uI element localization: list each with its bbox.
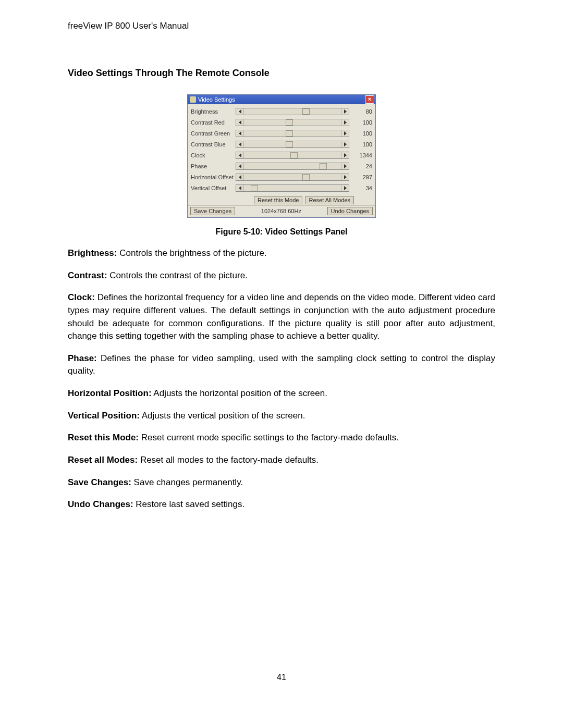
- description-term: Vertical Position:: [68, 411, 140, 421]
- close-icon[interactable]: ×: [365, 95, 374, 104]
- setting-scrollbar[interactable]: [236, 119, 349, 126]
- scroll-left-icon[interactable]: [236, 163, 244, 169]
- page-number: 41: [68, 673, 495, 682]
- section-heading: Video Settings Through The Remote Consol…: [68, 68, 495, 79]
- description-text: Defines the phase for video sampling, us…: [68, 353, 495, 376]
- description-text: Controls the contrast of the picture.: [107, 270, 248, 280]
- scroll-right-icon[interactable]: [341, 152, 349, 158]
- description-paragraph: Reset all Modes: Reset all modes to the …: [68, 454, 495, 467]
- setting-value: 100: [349, 141, 373, 147]
- scroll-track[interactable]: [244, 163, 341, 169]
- doc-header: freeView IP 800 User's Manual: [68, 21, 495, 31]
- scroll-thumb[interactable]: [302, 174, 310, 180]
- setting-scrollbar[interactable]: [236, 174, 349, 181]
- scroll-thumb[interactable]: [320, 163, 327, 169]
- setting-row: Contrast Red100: [191, 117, 373, 127]
- description-paragraph: Horizontal Position: Adjusts the horizon…: [68, 387, 495, 400]
- scroll-thumb[interactable]: [302, 108, 310, 115]
- setting-scrollbar[interactable]: [236, 108, 349, 115]
- setting-label: Phase: [191, 163, 236, 169]
- setting-scrollbar[interactable]: [236, 184, 349, 192]
- description-text: Defines the horizontal frequency for a v…: [68, 292, 495, 341]
- scroll-right-icon[interactable]: [341, 108, 349, 115]
- scroll-track[interactable]: [244, 185, 341, 191]
- description-paragraph: Save Changes: Save changes permanently.: [68, 476, 495, 489]
- setting-label: Brightness: [191, 108, 236, 115]
- scroll-left-icon[interactable]: [236, 185, 244, 191]
- scroll-right-icon[interactable]: [341, 119, 349, 126]
- scroll-left-icon[interactable]: [236, 130, 244, 137]
- description-text: Reset all modes to the factory-made defa…: [138, 455, 319, 465]
- description-paragraph: Clock: Defines the horizontal frequency …: [68, 291, 495, 343]
- setting-row: Horizontal Offset297: [191, 172, 373, 182]
- scroll-left-icon[interactable]: [236, 152, 244, 158]
- setting-value: 100: [349, 130, 373, 137]
- scroll-track[interactable]: [244, 119, 341, 126]
- setting-row: Contrast Blue100: [191, 139, 373, 149]
- resolution-label: 1024x768 60Hz: [261, 208, 301, 214]
- scroll-right-icon[interactable]: [341, 163, 349, 169]
- scroll-thumb[interactable]: [251, 185, 258, 191]
- description-term: Contrast:: [68, 270, 107, 280]
- description-paragraph: Contrast: Controls the contrast of the p…: [68, 269, 495, 282]
- scroll-track[interactable]: [244, 108, 341, 115]
- setting-label: Vertical Offset: [191, 185, 236, 191]
- window-icon: [190, 96, 196, 103]
- scroll-left-icon[interactable]: [236, 108, 244, 115]
- video-settings-dialog: Video Settings × Brightness80Contrast Re…: [187, 94, 376, 218]
- scroll-right-icon[interactable]: [341, 130, 349, 137]
- setting-label: Horizontal Offset: [191, 174, 236, 180]
- description-paragraph: Phase: Defines the phase for video sampl…: [68, 352, 495, 378]
- reset-all-modes-button[interactable]: Reset All Modes: [305, 196, 354, 204]
- undo-changes-button[interactable]: Undo Changes: [327, 207, 373, 215]
- scroll-right-icon[interactable]: [341, 174, 349, 180]
- setting-row: Vertical Offset34: [191, 183, 373, 193]
- description-text: Controls the brightness of the picture.: [117, 248, 266, 258]
- scroll-track[interactable]: [244, 130, 341, 137]
- description-term: Undo Changes:: [68, 499, 133, 509]
- setting-row: Clock1344: [191, 150, 373, 160]
- scroll-track[interactable]: [244, 174, 341, 180]
- setting-scrollbar[interactable]: [236, 152, 349, 159]
- setting-label: Clock: [191, 152, 236, 158]
- save-changes-button[interactable]: Save Changes: [190, 207, 235, 215]
- setting-row: Contrast Green100: [191, 128, 373, 138]
- setting-row: Phase24: [191, 161, 373, 171]
- description-term: Save Changes:: [68, 477, 131, 487]
- setting-value: 100: [349, 119, 373, 126]
- description-text: Adjusts the horizontal position of the s…: [152, 388, 327, 398]
- setting-row: Brightness80: [191, 106, 373, 116]
- description-paragraph: Undo Changes: Restore last saved setting…: [68, 498, 495, 511]
- scroll-right-icon[interactable]: [341, 141, 349, 147]
- setting-scrollbar[interactable]: [236, 130, 349, 137]
- scroll-thumb[interactable]: [286, 119, 293, 126]
- description-term: Phase:: [68, 353, 97, 363]
- dialog-titlebar[interactable]: Video Settings ×: [188, 95, 375, 104]
- scroll-right-icon[interactable]: [341, 185, 349, 191]
- setting-scrollbar[interactable]: [236, 163, 349, 170]
- scroll-left-icon[interactable]: [236, 174, 244, 180]
- description-term: Horizontal Position:: [68, 388, 152, 398]
- description-text: Restore last saved settings.: [133, 499, 245, 509]
- setting-scrollbar[interactable]: [236, 141, 349, 148]
- scroll-left-icon[interactable]: [236, 119, 244, 126]
- description-term: Reset all Modes:: [68, 455, 138, 465]
- description-paragraph: Vertical Position: Adjusts the vertical …: [68, 410, 495, 423]
- setting-label: Contrast Red: [191, 119, 236, 126]
- scroll-track[interactable]: [244, 141, 341, 147]
- reset-this-mode-button[interactable]: Reset this Mode: [254, 196, 302, 204]
- description-paragraph: Brightness: Controls the brightness of t…: [68, 247, 495, 260]
- description-text: Reset current mode specific settings to …: [139, 433, 399, 442]
- setting-value: 1344: [349, 152, 373, 158]
- setting-value: 80: [349, 108, 373, 115]
- setting-value: 24: [349, 163, 373, 169]
- description-term: Clock:: [68, 292, 95, 302]
- scroll-left-icon[interactable]: [236, 141, 244, 147]
- scroll-thumb[interactable]: [286, 141, 293, 147]
- scroll-thumb[interactable]: [286, 130, 293, 137]
- description-text: Save changes permanently.: [131, 477, 243, 487]
- description-term: Reset this Mode:: [68, 433, 139, 442]
- scroll-track[interactable]: [244, 152, 341, 158]
- figure-caption: Figure 5-10: Video Settings Panel: [68, 227, 495, 237]
- scroll-thumb[interactable]: [290, 152, 298, 158]
